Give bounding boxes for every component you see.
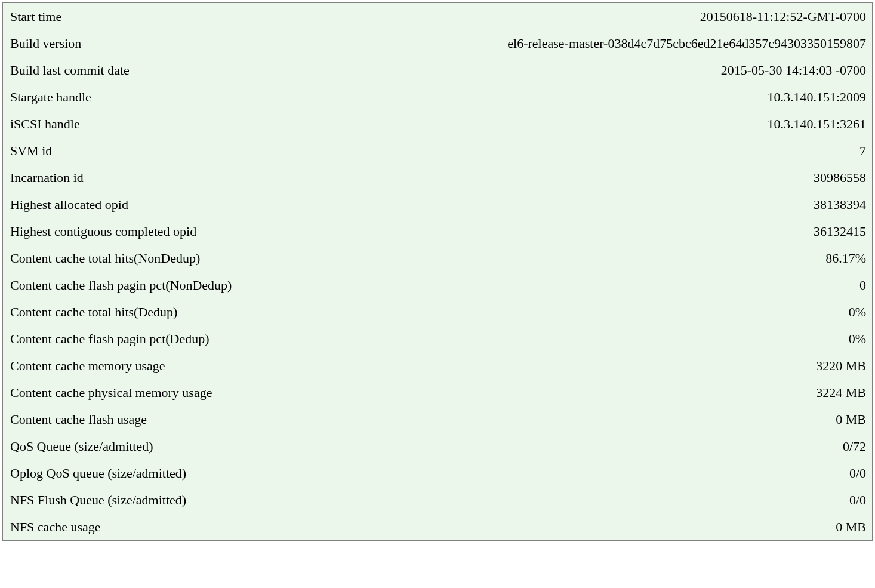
table-row: iSCSI handle 10.3.140.151:3261 xyxy=(3,110,872,137)
stat-label: NFS Flush Queue (size/admitted) xyxy=(10,490,186,510)
stat-value: 0/0 xyxy=(849,490,866,510)
table-row: Build version el6-release-master-038d4c7… xyxy=(3,30,872,57)
stat-value: 7 xyxy=(859,141,866,161)
table-row: Content cache total hits(Dedup) 0% xyxy=(3,298,872,325)
stat-label: iSCSI handle xyxy=(10,114,80,134)
table-row: Content cache physical memory usage 3224… xyxy=(3,379,872,406)
stat-value: 0% xyxy=(849,302,866,322)
stat-label: Incarnation id xyxy=(10,168,84,187)
stat-value: 86.17% xyxy=(825,248,866,268)
table-row: Content cache flash pagin pct(NonDedup) … xyxy=(3,272,872,298)
stat-value: 3224 MB xyxy=(816,383,866,402)
table-row: Content cache memory usage 3220 MB xyxy=(3,352,872,379)
stat-label: SVM id xyxy=(10,141,52,161)
table-row: Content cache total hits(NonDedup) 86.17… xyxy=(3,245,872,272)
stat-label: Content cache total hits(NonDedup) xyxy=(10,248,200,268)
stat-value: 0 MB xyxy=(836,410,866,429)
stat-value: 2015-05-30 14:14:03 -0700 xyxy=(721,60,866,80)
stat-label: Content cache memory usage xyxy=(10,356,165,375)
table-row: Highest allocated opid 38138394 xyxy=(3,191,872,218)
stat-value: 0 MB xyxy=(836,517,866,537)
stat-label: Content cache physical memory usage xyxy=(10,383,212,402)
table-row: NFS Flush Queue (size/admitted) 0/0 xyxy=(3,487,872,513)
stat-label: Highest contiguous completed opid xyxy=(10,221,196,241)
stat-value: 0/0 xyxy=(849,463,866,483)
stat-label: Highest allocated opid xyxy=(10,195,128,214)
stat-value: 30986558 xyxy=(814,168,866,187)
stat-label: Build version xyxy=(10,33,81,53)
table-row: Content cache flash pagin pct(Dedup) 0% xyxy=(3,325,872,352)
stat-label: Build last commit date xyxy=(10,60,130,80)
stat-label: Start time xyxy=(10,7,61,26)
stat-value: 38138394 xyxy=(814,195,866,214)
stat-label: Oplog QoS queue (size/admitted) xyxy=(10,463,186,483)
table-row: Stargate handle 10.3.140.151:2009 xyxy=(3,84,872,110)
stat-label: QoS Queue (size/admitted) xyxy=(10,436,153,456)
table-row: SVM id 7 xyxy=(3,137,872,164)
stat-value: 3220 MB xyxy=(816,356,866,375)
stat-value: 0 xyxy=(859,275,866,295)
stats-table: Start time 20150618-11:12:52-GMT-0700 Bu… xyxy=(2,2,873,541)
stat-label: NFS cache usage xyxy=(10,517,101,537)
stat-value: 36132415 xyxy=(814,221,866,241)
table-row: NFS cache usage 0 MB xyxy=(3,513,872,540)
table-row: Build last commit date 2015-05-30 14:14:… xyxy=(3,57,872,84)
stat-value: 10.3.140.151:3261 xyxy=(767,114,866,134)
stat-label: Content cache flash usage xyxy=(10,410,147,429)
table-row: Start time 20150618-11:12:52-GMT-0700 xyxy=(3,3,872,30)
stat-value: 0% xyxy=(849,329,866,349)
stat-value: 20150618-11:12:52-GMT-0700 xyxy=(700,7,866,26)
table-row: Content cache flash usage 0 MB xyxy=(3,406,872,433)
stat-label: Content cache flash pagin pct(Dedup) xyxy=(10,329,209,349)
stat-value: 10.3.140.151:2009 xyxy=(767,87,866,107)
table-row: Highest contiguous completed opid 361324… xyxy=(3,218,872,245)
stat-value: 0/72 xyxy=(843,436,866,456)
table-row: Incarnation id 30986558 xyxy=(3,164,872,191)
stat-label: Content cache total hits(Dedup) xyxy=(10,302,177,322)
stat-value: el6-release-master-038d4c7d75cbc6ed21e64… xyxy=(507,33,866,53)
stat-label: Stargate handle xyxy=(10,87,91,107)
table-row: QoS Queue (size/admitted) 0/72 xyxy=(3,433,872,460)
table-row: Oplog QoS queue (size/admitted) 0/0 xyxy=(3,460,872,487)
stat-label: Content cache flash pagin pct(NonDedup) xyxy=(10,275,232,295)
